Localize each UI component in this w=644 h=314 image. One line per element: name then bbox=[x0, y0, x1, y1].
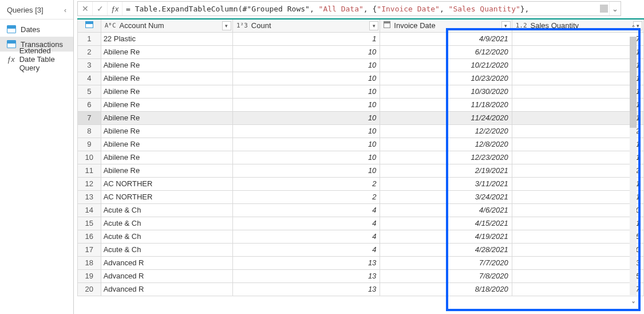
cell-account[interactable]: Abilene Re bbox=[101, 151, 232, 164]
cell-count[interactable]: 10 bbox=[232, 45, 380, 58]
cell-account[interactable]: Advanced R bbox=[101, 256, 232, 269]
table-row[interactable]: 9Abilene Re1012/8/20201 bbox=[78, 138, 644, 151]
cell-qty[interactable]: 2 bbox=[512, 124, 643, 138]
cell-account[interactable]: Abilene Re bbox=[101, 111, 232, 124]
cell-qty[interactable]: 1 bbox=[512, 85, 643, 98]
cell-count[interactable]: 4 bbox=[232, 217, 380, 230]
cell-account[interactable]: Abilene Re bbox=[101, 98, 232, 111]
column-header-sales-quantity[interactable]: 1.2Sales Quantity▾ bbox=[512, 19, 643, 32]
cell-count[interactable]: 4 bbox=[232, 243, 380, 256]
cell-qty[interactable]: -2 bbox=[512, 164, 643, 177]
cell-date[interactable]: 12/2/2020 bbox=[380, 124, 512, 138]
row-header-corner[interactable] bbox=[78, 19, 101, 32]
fx-icon[interactable]: ƒx bbox=[108, 2, 123, 15]
formula-text[interactable]: = Table.ExpandTableColumn(#"Grouped Rows… bbox=[123, 5, 609, 13]
cell-date[interactable]: 4/19/2021 bbox=[380, 230, 512, 243]
cell-date[interactable]: 4/6/2021 bbox=[380, 203, 512, 217]
cell-account[interactable]: Acute & Ch bbox=[101, 217, 232, 230]
cell-date[interactable]: 4/28/2021 bbox=[380, 243, 512, 256]
cell-qty[interactable]: 1 bbox=[512, 98, 643, 111]
row-number[interactable]: 17 bbox=[78, 243, 101, 256]
cell-account[interactable]: Abilene Re bbox=[101, 45, 232, 58]
table-row[interactable]: 10Abilene Re1012/23/20201 bbox=[78, 151, 644, 164]
cell-qty[interactable]: 5 bbox=[512, 269, 643, 282]
scroll-thumb[interactable] bbox=[630, 37, 637, 128]
table-row[interactable]: 3Abilene Re1010/21/20201 bbox=[78, 58, 644, 72]
cell-count[interactable]: 4 bbox=[232, 230, 380, 243]
table-row[interactable]: 5Abilene Re1010/30/20201 bbox=[78, 85, 644, 98]
cell-count[interactable]: 10 bbox=[232, 151, 380, 164]
column-header-count[interactable]: 1²3Count▾ bbox=[232, 19, 380, 32]
cell-count[interactable]: 10 bbox=[232, 85, 380, 98]
row-number[interactable]: 15 bbox=[78, 217, 101, 230]
cell-count[interactable]: 10 bbox=[232, 72, 380, 85]
cell-date[interactable]: 10/30/2020 bbox=[380, 85, 512, 98]
row-number[interactable]: 2 bbox=[78, 45, 101, 58]
collapse-sidebar-icon[interactable]: ‹ bbox=[64, 6, 66, 14]
table-row[interactable]: 17Acute & Ch44/28/202110 bbox=[78, 243, 644, 256]
cell-qty[interactable]: 1 bbox=[512, 138, 643, 151]
scroll-down-icon[interactable]: ˅ bbox=[631, 299, 635, 311]
row-number[interactable]: 4 bbox=[78, 72, 101, 85]
cell-account[interactable]: AC NORTHER bbox=[101, 177, 232, 190]
row-number[interactable]: 9 bbox=[78, 138, 101, 151]
cell-date[interactable]: 10/23/2020 bbox=[380, 72, 512, 85]
table-row[interactable]: 2Abilene Re106/12/20201 bbox=[78, 45, 644, 58]
table-row[interactable]: 20Advanced R138/18/20207 bbox=[78, 282, 644, 296]
row-number[interactable]: 10 bbox=[78, 151, 101, 164]
row-number[interactable]: 1 bbox=[78, 32, 101, 45]
cell-date[interactable]: 11/18/2020 bbox=[380, 98, 512, 111]
table-row[interactable]: 13AC NORTHER23/24/2021-1 bbox=[78, 190, 644, 203]
row-number[interactable]: 11 bbox=[78, 164, 101, 177]
cell-account[interactable]: Abilene Re bbox=[101, 85, 232, 98]
cell-account[interactable]: Acute & Ch bbox=[101, 243, 232, 256]
cell-date[interactable]: 12/8/2020 bbox=[380, 138, 512, 151]
cell-date[interactable]: 12/23/2020 bbox=[380, 151, 512, 164]
table-row[interactable]: 6Abilene Re1011/18/20201 bbox=[78, 98, 644, 111]
cell-date[interactable]: 7/8/2020 bbox=[380, 269, 512, 282]
cell-account[interactable]: Acute & Ch bbox=[101, 203, 232, 217]
cell-qty[interactable]: 7 bbox=[512, 32, 643, 45]
row-number[interactable]: 19 bbox=[78, 269, 101, 282]
cell-count[interactable]: 2 bbox=[232, 190, 380, 203]
cell-count[interactable]: 10 bbox=[232, 138, 380, 151]
cell-qty[interactable]: 1 bbox=[512, 177, 643, 190]
cell-qty[interactable]: 3 bbox=[512, 256, 643, 269]
query-item-extended-date-table-query[interactable]: ƒxExtended Date Table Query bbox=[0, 52, 73, 66]
row-number[interactable]: 3 bbox=[78, 58, 101, 72]
cell-count[interactable]: 4 bbox=[232, 203, 380, 217]
query-item-dates[interactable]: Dates bbox=[0, 22, 73, 37]
row-number[interactable]: 13 bbox=[78, 190, 101, 203]
row-number[interactable]: 7 bbox=[78, 111, 101, 124]
cell-qty[interactable]: 10 bbox=[512, 243, 643, 256]
row-number[interactable]: 12 bbox=[78, 177, 101, 190]
cell-qty[interactable]: 1 bbox=[512, 151, 643, 164]
cell-date[interactable]: 3/24/2021 bbox=[380, 190, 512, 203]
table-row[interactable]: 19Advanced R137/8/20205 bbox=[78, 269, 644, 282]
column-filter-dropdown[interactable]: ▾ bbox=[501, 21, 511, 30]
row-number[interactable]: 16 bbox=[78, 230, 101, 243]
cell-count[interactable]: 13 bbox=[232, 282, 380, 296]
scroll-track[interactable] bbox=[630, 37, 637, 297]
cell-count[interactable]: 10 bbox=[232, 164, 380, 177]
cell-date[interactable]: 4/15/2021 bbox=[380, 217, 512, 230]
formula-commit-button[interactable]: ✓ bbox=[93, 2, 108, 15]
cell-count[interactable]: 13 bbox=[232, 269, 380, 282]
cell-date[interactable]: 11/24/2020 bbox=[380, 111, 512, 124]
cell-qty[interactable]: 20 bbox=[512, 203, 643, 217]
table-row[interactable]: 15Acute & Ch44/15/20211 bbox=[78, 217, 644, 230]
cell-count[interactable]: 10 bbox=[232, 111, 380, 124]
row-number[interactable]: 5 bbox=[78, 85, 101, 98]
cell-date[interactable]: 8/18/2020 bbox=[380, 282, 512, 296]
vertical-scrollbar[interactable]: ˄ ˅ bbox=[625, 23, 642, 311]
cell-count[interactable]: 10 bbox=[232, 58, 380, 72]
cell-qty[interactable]: 7 bbox=[512, 282, 643, 296]
cell-count[interactable]: 10 bbox=[232, 98, 380, 111]
formula-cancel-button[interactable]: ✕ bbox=[78, 2, 93, 15]
cell-account[interactable]: Abilene Re bbox=[101, 164, 232, 177]
row-number[interactable]: 6 bbox=[78, 98, 101, 111]
row-number[interactable]: 8 bbox=[78, 124, 101, 138]
row-number[interactable]: 14 bbox=[78, 203, 101, 217]
cell-date[interactable]: 2/19/2021 bbox=[380, 164, 512, 177]
cell-date[interactable]: 7/7/2020 bbox=[380, 256, 512, 269]
